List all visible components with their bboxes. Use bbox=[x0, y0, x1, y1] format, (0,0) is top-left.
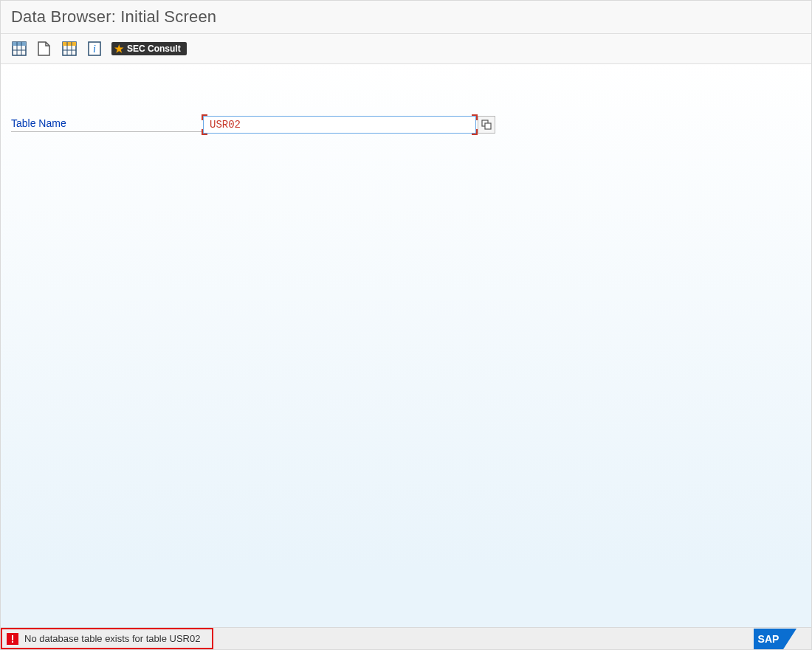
table-name-input-wrap bbox=[203, 116, 476, 134]
focus-corner-icon bbox=[472, 129, 478, 135]
svg-rect-15 bbox=[12, 635, 13, 640]
create-icon[interactable] bbox=[36, 41, 52, 57]
page-title: Data Browser: Initial Screen bbox=[11, 7, 216, 27]
content-area: Table Name bbox=[1, 64, 811, 627]
title-bar: Data Browser: Initial Screen bbox=[1, 1, 811, 34]
table-contents-icon[interactable] bbox=[11, 41, 27, 57]
svg-text:i: i bbox=[93, 44, 96, 55]
status-message-text: No database table exists for table USR02 bbox=[24, 633, 200, 644]
app-frame: Data Browser: Initial Screen bbox=[0, 0, 812, 650]
table-display-icon[interactable] bbox=[61, 41, 78, 57]
svg-rect-16 bbox=[12, 641, 13, 643]
svg-rect-6 bbox=[63, 42, 76, 46]
status-bar: No database table exists for table USR02… bbox=[1, 627, 811, 649]
table-name-input[interactable] bbox=[203, 116, 476, 134]
error-icon bbox=[7, 633, 18, 645]
focus-corner-icon bbox=[472, 114, 478, 120]
focus-corner-icon bbox=[202, 129, 207, 135]
sap-logo-text: SAP bbox=[758, 633, 780, 645]
f4-help-button[interactable] bbox=[478, 116, 495, 134]
sec-consult-button[interactable]: ★ SEC Consult bbox=[111, 42, 187, 55]
toolbar: i ★ SEC Consult bbox=[1, 34, 811, 64]
star-icon: ★ bbox=[114, 44, 124, 54]
table-name-row: Table Name bbox=[1, 116, 811, 134]
svg-rect-13 bbox=[485, 123, 491, 129]
focus-corner-icon bbox=[202, 114, 207, 120]
sap-logo: SAP bbox=[754, 629, 796, 649]
svg-rect-1 bbox=[13, 42, 26, 46]
sec-consult-label: SEC Consult bbox=[127, 44, 181, 54]
status-message[interactable]: No database table exists for table USR02 bbox=[1, 628, 213, 649]
table-name-label: Table Name bbox=[11, 117, 203, 132]
info-icon[interactable]: i bbox=[86, 41, 103, 57]
